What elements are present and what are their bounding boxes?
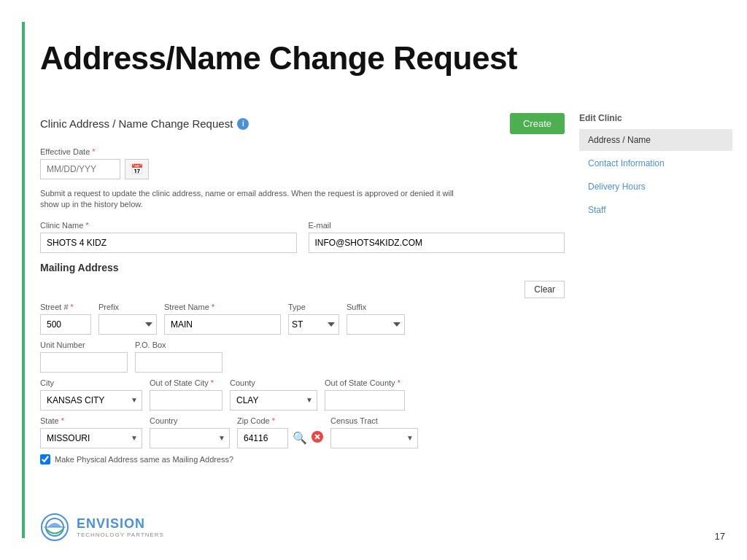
physical-address-checkbox-row: Make Physical Address same as Mailing Ad… — [40, 454, 565, 464]
census-tract-select-wrap: ▼ — [330, 428, 418, 448]
sidebar: Edit Clinic Address / Name Contact Infor… — [579, 113, 732, 222]
sidebar-item-contact-label: Contact Information — [588, 158, 665, 168]
zip-clear-icon — [311, 431, 323, 443]
clear-row: Clear — [40, 281, 565, 298]
type-field: Type ST AVEBLVDDR — [288, 303, 339, 335]
clinic-name-label: Clinic Name * — [40, 221, 297, 230]
logo-text: ENVISION TECHNOLOGY PARTNERS — [77, 516, 164, 538]
po-box-label: P.O. Box — [135, 341, 222, 349]
county-select[interactable]: CLAY ▼ — [230, 390, 317, 411]
street-number-label: Street # * — [40, 303, 91, 311]
state-select[interactable]: MISSOURI ▼ — [40, 428, 142, 448]
sidebar-item-staff[interactable]: Staff — [579, 199, 732, 221]
mailing-address-title: Mailing Address — [40, 262, 565, 273]
clinic-name-field: Clinic Name * — [40, 221, 297, 253]
page-title: Address/Name Change Request — [40, 40, 517, 77]
zip-code-label: Zip Code * — [237, 416, 323, 425]
city-field: City KANSAS CITY ▼ — [40, 378, 142, 411]
county-select-wrap: CLAY ▼ — [230, 390, 317, 411]
suffix-label: Suffix — [347, 303, 405, 311]
county-arrow-icon: ▼ — [306, 396, 313, 404]
clinic-name-input[interactable] — [40, 233, 297, 253]
state-arrow-icon: ▼ — [131, 434, 138, 442]
calendar-icon: 📅 — [131, 163, 143, 175]
zip-search-button[interactable]: 🔍 — [293, 431, 307, 445]
state-zip-row: State * MISSOURI ▼ Country ▼ — [40, 416, 565, 448]
sidebar-item-contact[interactable]: Contact Information — [579, 152, 732, 174]
clear-button[interactable]: Clear — [525, 281, 565, 298]
suffix-select[interactable]: NSEW — [347, 314, 405, 335]
out-of-state-city-input[interactable] — [150, 390, 222, 411]
city-select-wrap: KANSAS CITY ▼ — [40, 390, 142, 411]
info-text: Submit a request to update the clinic ad… — [40, 188, 463, 211]
form-header: Clinic Address / Name Change Request i C… — [40, 113, 565, 134]
city-county-row: City KANSAS CITY ▼ Out of State City * — [40, 378, 565, 411]
country-select[interactable]: ▼ — [150, 428, 230, 448]
prefix-field: Prefix NSEW — [98, 303, 157, 335]
census-tract-arrow-icon: ▼ — [406, 434, 414, 442]
street-name-input[interactable] — [164, 314, 281, 335]
prefix-label: Prefix — [98, 303, 157, 311]
clinic-email-row: Clinic Name * E-mail — [40, 221, 565, 253]
type-select[interactable]: ST AVEBLVDDR — [288, 314, 339, 335]
type-label: Type — [288, 303, 339, 311]
email-field: E-mail — [309, 221, 565, 253]
page-number: 17 — [715, 531, 725, 542]
prefix-select[interactable]: NSEW — [98, 314, 157, 335]
county-label: County — [230, 378, 317, 387]
effective-date-input[interactable] — [40, 159, 120, 179]
unit-po-row: Unit Number P.O. Box — [40, 341, 565, 373]
country-arrow-icon: ▼ — [218, 434, 225, 442]
street-row: Street # * Prefix NSEW Street Name * — [40, 303, 565, 335]
unit-number-field: Unit Number — [40, 341, 128, 373]
city-arrow-icon: ▼ — [131, 396, 138, 404]
effective-date-label: Effective Date * — [40, 147, 565, 156]
form-title-text: Clinic Address / Name Change Request — [40, 117, 233, 130]
census-tract-select[interactable]: ▼ — [330, 428, 418, 448]
country-field: Country ▼ — [150, 416, 230, 448]
country-label: Country — [150, 416, 230, 425]
po-box-input[interactable] — [135, 352, 222, 373]
sidebar-item-delivery[interactable]: Delivery Hours — [579, 176, 732, 198]
city-value: KANSAS CITY — [47, 395, 104, 405]
county-field: County CLAY ▼ — [230, 378, 317, 411]
zip-clear-button[interactable] — [311, 431, 323, 446]
form-panel: Clinic Address / Name Change Request i C… — [40, 113, 565, 494]
unit-number-label: Unit Number — [40, 341, 128, 349]
logo-name: ENVISION — [77, 516, 164, 532]
sidebar-title: Edit Clinic — [579, 113, 732, 123]
state-value: MISSOURI — [47, 433, 90, 443]
county-value: CLAY — [236, 395, 258, 405]
po-box-field: P.O. Box — [135, 341, 222, 373]
info-icon[interactable]: i — [237, 118, 249, 130]
city-select[interactable]: KANSAS CITY ▼ — [40, 390, 142, 411]
street-number-input[interactable] — [40, 314, 91, 335]
state-label: State * — [40, 416, 142, 425]
page-container: Address/Name Change Request Clinic Addre… — [0, 0, 747, 560]
out-of-state-county-field: Out of State County * — [325, 378, 405, 411]
zip-input-row: 🔍 — [237, 428, 323, 448]
state-select-wrap: MISSOURI ▼ — [40, 428, 142, 448]
out-of-state-county-input[interactable] — [325, 390, 405, 411]
unit-number-input[interactable] — [40, 352, 128, 373]
footer: ENVISION TECHNOLOGY PARTNERS — [40, 513, 164, 542]
email-input[interactable] — [309, 233, 565, 253]
suffix-field: Suffix NSEW — [347, 303, 405, 335]
left-accent-bar — [22, 22, 25, 538]
state-field: State * MISSOURI ▼ — [40, 416, 142, 448]
physical-same-checkbox[interactable] — [40, 454, 50, 464]
sidebar-item-delivery-label: Delivery Hours — [588, 182, 646, 192]
physical-same-label: Make Physical Address same as Mailing Ad… — [55, 455, 233, 464]
create-button[interactable]: Create — [510, 113, 565, 134]
country-select-wrap: ▼ — [150, 428, 230, 448]
date-row: 📅 — [40, 159, 565, 179]
city-label: City — [40, 378, 142, 387]
census-tract-label: Census Tract — [330, 416, 418, 425]
logo-icon — [40, 513, 69, 542]
out-of-state-city-field: Out of State City * — [150, 378, 222, 411]
zip-code-input[interactable] — [237, 428, 288, 448]
census-tract-field: Census Tract ▼ — [330, 416, 418, 448]
calendar-button[interactable]: 📅 — [125, 159, 149, 179]
sidebar-item-address[interactable]: Address / Name — [579, 129, 732, 151]
street-name-field: Street Name * — [164, 303, 281, 335]
